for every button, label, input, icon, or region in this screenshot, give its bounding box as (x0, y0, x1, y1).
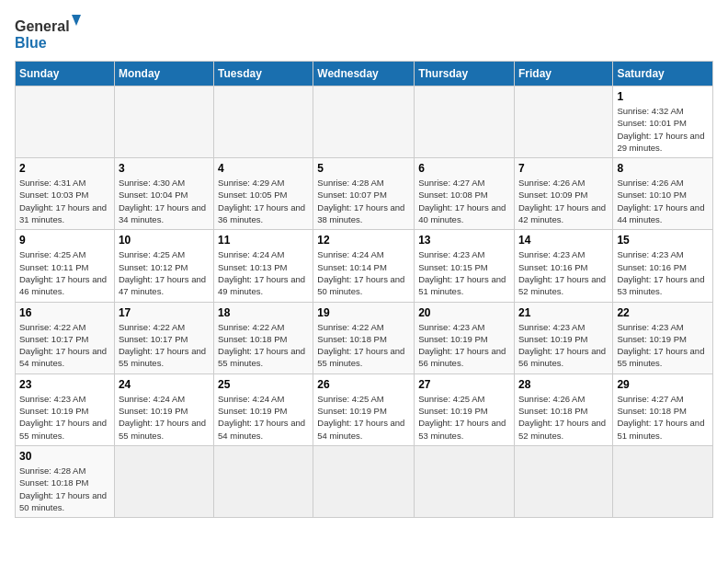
day-number: 15 (617, 234, 709, 247)
daylight-label: Daylight: 17 hours and 55 minutes. (119, 418, 206, 440)
sunset-label: Sunset: 10:19 PM (19, 406, 89, 416)
daylight-label: Daylight: 17 hours and 42 minutes. (518, 202, 606, 224)
calendar-day (114, 86, 213, 158)
sunrise-label: Sunrise: 4:24 AM (317, 249, 383, 259)
sunset-label: Sunset: 10:18 PM (317, 334, 387, 344)
calendar-day: 20Sunrise: 4:23 AMSunset: 10:19 PMDaylig… (415, 302, 515, 373)
daylight-label: Daylight: 17 hours and 50 minutes. (317, 274, 404, 296)
sunset-label: Sunset: 10:04 PM (119, 190, 188, 200)
calendar-day: 12Sunrise: 4:24 AMSunset: 10:14 PMDaylig… (313, 230, 415, 302)
sunrise-label: Sunrise: 4:28 AM (19, 465, 85, 476)
calendar-day: 2Sunrise: 4:31 AMSunset: 10:03 PMDayligh… (16, 158, 115, 230)
day-number: 28 (518, 378, 609, 391)
day-info: Sunrise: 4:28 AMSunset: 10:07 PMDaylight… (317, 177, 410, 225)
calendar-day (613, 445, 713, 517)
day-number: 27 (418, 378, 510, 391)
calendar-day: 19Sunrise: 4:22 AMSunset: 10:18 PMDaylig… (313, 302, 415, 373)
sunset-label: Sunset: 10:19 PM (218, 406, 288, 416)
calendar-day (16, 86, 115, 158)
day-number: 10 (119, 234, 210, 247)
day-info: Sunrise: 4:27 AMSunset: 10:08 PMDaylight… (418, 177, 510, 225)
calendar-day (313, 445, 415, 517)
calendar-day (514, 86, 612, 158)
daylight-label: Daylight: 17 hours and 50 minutes. (19, 490, 107, 512)
sunset-label: Sunset: 10:11 PM (19, 262, 89, 272)
day-info: Sunrise: 4:26 AMSunset: 10:09 PMDaylight… (518, 177, 609, 225)
day-info: Sunrise: 4:26 AMSunset: 10:18 PMDaylight… (518, 393, 609, 442)
day-info: Sunrise: 4:23 AMSunset: 10:16 PMDaylight… (518, 248, 609, 297)
day-number: 9 (19, 234, 110, 247)
daylight-label: Daylight: 17 hours and 55 minutes. (218, 346, 305, 368)
weekday-header-wednesday: Wednesday (313, 62, 415, 86)
day-number: 17 (119, 306, 210, 319)
daylight-label: Daylight: 17 hours and 29 minutes. (617, 131, 704, 153)
calendar-day: 23Sunrise: 4:23 AMSunset: 10:19 PMDaylig… (16, 373, 115, 445)
sunrise-label: Sunrise: 4:25 AM (317, 394, 383, 404)
day-number: 13 (418, 234, 510, 247)
calendar-week-1: 1Sunrise: 4:32 AMSunset: 10:01 PMDayligh… (16, 86, 713, 158)
sunset-label: Sunset: 10:18 PM (19, 477, 89, 488)
sunrise-label: Sunrise: 4:27 AM (617, 394, 683, 404)
sunset-label: Sunset: 10:03 PM (19, 190, 89, 200)
daylight-label: Daylight: 17 hours and 34 minutes. (119, 202, 206, 224)
calendar-day: 1Sunrise: 4:32 AMSunset: 10:01 PMDayligh… (613, 86, 713, 158)
calendar-day: 15Sunrise: 4:23 AMSunset: 10:16 PMDaylig… (613, 230, 713, 302)
day-number: 2 (19, 162, 110, 175)
daylight-label: Daylight: 17 hours and 53 minutes. (418, 418, 506, 440)
sunrise-label: Sunrise: 4:24 AM (218, 394, 284, 404)
day-info: Sunrise: 4:25 AMSunset: 10:11 PMDaylight… (19, 248, 110, 297)
calendar-day (214, 445, 313, 517)
calendar-day: 27Sunrise: 4:25 AMSunset: 10:19 PMDaylig… (415, 373, 515, 445)
sunset-label: Sunset: 10:19 PM (418, 406, 488, 416)
day-number: 23 (19, 378, 110, 391)
calendar-day: 28Sunrise: 4:26 AMSunset: 10:18 PMDaylig… (514, 373, 612, 445)
sunrise-label: Sunrise: 4:22 AM (317, 322, 383, 332)
weekday-header-monday: Monday (114, 62, 213, 86)
day-number: 18 (218, 306, 309, 319)
sunset-label: Sunset: 10:12 PM (119, 262, 188, 272)
day-info: Sunrise: 4:26 AMSunset: 10:10 PMDaylight… (617, 177, 709, 225)
sunrise-label: Sunrise: 4:22 AM (119, 322, 185, 332)
day-number: 7 (518, 162, 609, 175)
daylight-label: Daylight: 17 hours and 31 minutes. (19, 202, 107, 224)
day-info: Sunrise: 4:25 AMSunset: 10:19 PMDaylight… (317, 393, 410, 442)
calendar-day (114, 445, 213, 517)
calendar-day: 16Sunrise: 4:22 AMSunset: 10:17 PMDaylig… (16, 302, 115, 373)
daylight-label: Daylight: 17 hours and 46 minutes. (19, 274, 107, 296)
day-number: 22 (617, 306, 709, 319)
day-info: Sunrise: 4:25 AMSunset: 10:19 PMDaylight… (418, 393, 510, 442)
day-number: 16 (19, 306, 110, 319)
sunrise-label: Sunrise: 4:26 AM (518, 394, 585, 404)
sunset-label: Sunset: 10:16 PM (617, 262, 687, 272)
calendar-day (514, 445, 612, 517)
calendar-day: 13Sunrise: 4:23 AMSunset: 10:15 PMDaylig… (415, 230, 515, 302)
calendar-day: 8Sunrise: 4:26 AMSunset: 10:10 PMDayligh… (613, 158, 713, 230)
calendar-week-3: 9Sunrise: 4:25 AMSunset: 10:11 PMDayligh… (16, 230, 713, 302)
calendar-day (415, 86, 515, 158)
day-info: Sunrise: 4:22 AMSunset: 10:17 PMDaylight… (19, 321, 110, 370)
daylight-label: Daylight: 17 hours and 40 minutes. (418, 202, 506, 224)
sunrise-label: Sunrise: 4:24 AM (119, 394, 185, 404)
sunrise-label: Sunrise: 4:23 AM (418, 249, 484, 259)
daylight-label: Daylight: 17 hours and 55 minutes. (617, 346, 704, 368)
calendar-day (214, 86, 313, 158)
daylight-label: Daylight: 17 hours and 44 minutes. (617, 202, 704, 224)
day-info: Sunrise: 4:23 AMSunset: 10:19 PMDaylight… (19, 393, 110, 442)
day-number: 8 (617, 162, 709, 175)
daylight-label: Daylight: 17 hours and 56 minutes. (518, 346, 606, 368)
calendar-table: SundayMondayTuesdayWednesdayThursdayFrid… (15, 61, 713, 518)
day-number: 30 (19, 450, 110, 463)
calendar-week-2: 2Sunrise: 4:31 AMSunset: 10:03 PMDayligh… (16, 158, 713, 230)
sunset-label: Sunset: 10:18 PM (218, 334, 288, 344)
daylight-label: Daylight: 17 hours and 53 minutes. (617, 274, 704, 296)
day-number: 4 (218, 162, 309, 175)
day-info: Sunrise: 4:31 AMSunset: 10:03 PMDaylight… (19, 177, 110, 225)
sunrise-label: Sunrise: 4:23 AM (518, 249, 585, 259)
sunset-label: Sunset: 10:08 PM (418, 190, 488, 200)
day-info: Sunrise: 4:30 AMSunset: 10:04 PMDaylight… (119, 177, 210, 225)
calendar-day: 6Sunrise: 4:27 AMSunset: 10:08 PMDayligh… (415, 158, 515, 230)
sunrise-label: Sunrise: 4:26 AM (518, 178, 585, 188)
day-number: 14 (518, 234, 609, 247)
sunset-label: Sunset: 10:15 PM (418, 262, 488, 272)
sunrise-label: Sunrise: 4:23 AM (617, 322, 683, 332)
